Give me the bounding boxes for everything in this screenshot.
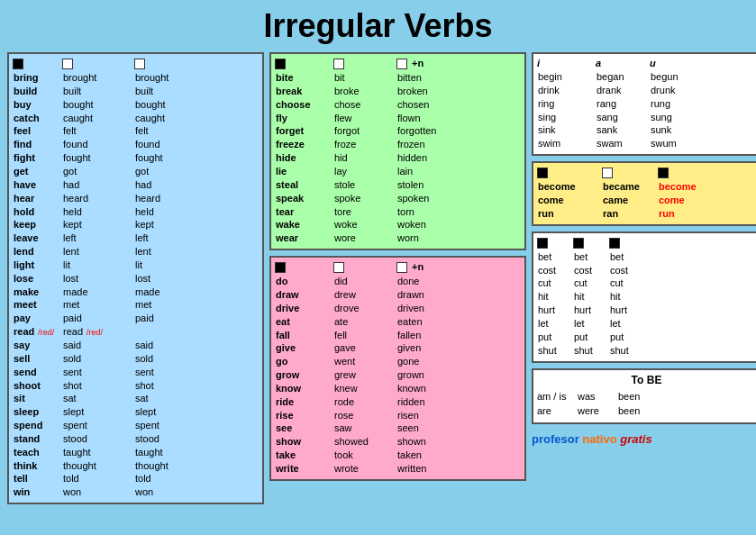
table-row: hithithit bbox=[537, 290, 756, 304]
col3m-h1 bbox=[537, 167, 602, 178]
table-row: growgrewgrown bbox=[275, 368, 521, 382]
col3b-h1 bbox=[537, 237, 573, 249]
cell: know bbox=[275, 382, 333, 395]
cell: rose bbox=[333, 409, 396, 422]
cell: sing bbox=[537, 111, 596, 124]
cell: sank bbox=[596, 123, 650, 137]
cell: sold bbox=[62, 352, 134, 366]
cell: break bbox=[275, 85, 333, 98]
cell: won bbox=[62, 485, 134, 499]
cell: lay bbox=[333, 165, 396, 178]
col3b-h3 bbox=[609, 237, 645, 249]
cell: spend bbox=[13, 419, 62, 432]
table-row: letletlet bbox=[537, 317, 756, 331]
cell: put bbox=[609, 331, 645, 344]
cell: torn bbox=[396, 205, 469, 219]
table-row: sellsoldsold bbox=[13, 352, 259, 366]
col3t-h1: i bbox=[537, 58, 596, 68]
cell: was bbox=[578, 389, 618, 404]
cell: ridden bbox=[396, 395, 469, 409]
cell: broke bbox=[333, 85, 396, 98]
table-row: beginbeganbegun bbox=[537, 70, 756, 84]
cell: shut bbox=[573, 344, 609, 358]
col2-top-rows: bitebitbittenbreakbrokebrokenchoosechose… bbox=[275, 71, 521, 245]
cell: met bbox=[62, 298, 134, 312]
cell: find bbox=[13, 138, 62, 151]
cell: light bbox=[13, 258, 62, 272]
cell: keep bbox=[13, 218, 62, 231]
main-layout: bringbroughtbroughtbuildbuiltbuiltbuybou… bbox=[7, 52, 749, 504]
cell: lit bbox=[134, 258, 206, 272]
cell: done bbox=[396, 275, 469, 288]
table-row: havehadhad bbox=[13, 178, 259, 192]
col3-wrapper: i a u beginbeganbegundrinkdrankdrunkring… bbox=[532, 52, 756, 504]
cell: said bbox=[134, 339, 206, 352]
cell: stood bbox=[134, 432, 206, 446]
table-row: knowknewknown bbox=[275, 382, 521, 395]
cell: drunk bbox=[650, 84, 699, 97]
table-row: gowentgone bbox=[275, 355, 521, 368]
cell: gone bbox=[396, 355, 469, 368]
cell: hid bbox=[333, 151, 396, 165]
cell: rise bbox=[275, 409, 333, 422]
cell: went bbox=[333, 355, 396, 368]
table-row: singsangsung bbox=[537, 111, 756, 124]
cell: shut bbox=[537, 344, 573, 358]
cell: tell bbox=[13, 472, 62, 485]
table-row: telltoldtold bbox=[13, 472, 259, 485]
cell: frozen bbox=[396, 138, 469, 151]
cell: hurt bbox=[609, 304, 645, 317]
cell: show bbox=[275, 435, 333, 449]
cell: risen bbox=[396, 409, 469, 422]
table-row: freezefrozefrozen bbox=[275, 138, 521, 151]
cell: sent bbox=[62, 366, 134, 379]
cell bbox=[134, 325, 206, 339]
cell: slept bbox=[62, 405, 134, 419]
cell: bit bbox=[333, 71, 396, 85]
cell: rung bbox=[650, 97, 699, 111]
table-row: holdheldheld bbox=[13, 205, 259, 219]
cell: given bbox=[396, 341, 469, 355]
cell: written bbox=[396, 462, 469, 476]
cell: grew bbox=[333, 368, 396, 382]
cell: gave bbox=[333, 341, 396, 355]
col3-mid-headers bbox=[537, 167, 756, 178]
table-row: givegavegiven bbox=[275, 341, 521, 355]
cell: sat bbox=[134, 392, 206, 405]
cell: lent bbox=[134, 245, 206, 258]
col3-top-headers: i a u bbox=[537, 58, 756, 68]
cell: tore bbox=[333, 205, 396, 219]
cell: go bbox=[275, 355, 333, 368]
table-row: sitsatsat bbox=[13, 392, 259, 405]
cell: won bbox=[134, 485, 206, 499]
cell: bet bbox=[537, 250, 573, 264]
cell: write bbox=[275, 462, 333, 476]
cell: spent bbox=[134, 419, 206, 432]
cell: sent bbox=[134, 366, 206, 379]
cell: cost bbox=[573, 264, 609, 277]
cell: drawn bbox=[396, 288, 469, 302]
cell: held bbox=[62, 205, 134, 219]
table-row: bringbroughtbrought bbox=[13, 71, 259, 85]
table-row: ringrangrung bbox=[537, 97, 756, 111]
table-row: drivedrovedriven bbox=[275, 302, 521, 315]
cell: freeze bbox=[275, 138, 333, 151]
cell: see bbox=[275, 422, 333, 435]
table-row: teartoretorn bbox=[275, 205, 521, 219]
cell: drive bbox=[275, 302, 333, 315]
cell: read /red/ bbox=[62, 325, 134, 339]
cell: hit bbox=[537, 290, 573, 304]
cell: been bbox=[618, 404, 659, 419]
col2b-h3: +n bbox=[396, 261, 469, 273]
cell: begin bbox=[537, 70, 596, 84]
cell: fly bbox=[275, 112, 333, 125]
cell: been bbox=[618, 389, 659, 404]
cell: shot bbox=[134, 379, 206, 393]
cell: froze bbox=[333, 138, 396, 151]
cell: brought bbox=[62, 71, 134, 85]
cell: bet bbox=[609, 250, 645, 264]
col1-h1 bbox=[13, 58, 62, 69]
cell: send bbox=[13, 366, 62, 379]
cell: flew bbox=[333, 112, 396, 125]
cell: broken bbox=[396, 85, 469, 98]
